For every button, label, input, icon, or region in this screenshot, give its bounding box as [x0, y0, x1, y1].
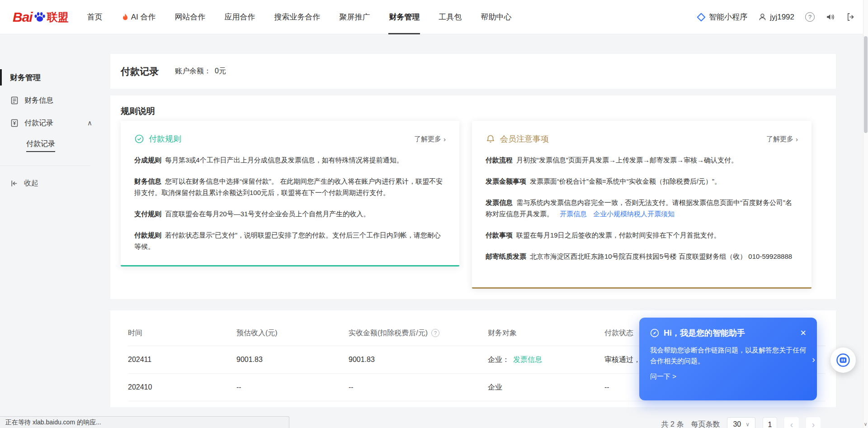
rule-item: 付款规则若付款状态显示“已支付”，说明联盟已安排了您的付款。支付后三个工作日内到… — [134, 229, 446, 252]
small-taxpayer-notice-link[interactable]: 企业小规模纳税人开票须知 — [593, 210, 675, 218]
rule-label: 付款事项 — [486, 231, 513, 239]
rule-item: 分成规则每月第3或4个工作日产出上月分成信息及发票信息，如有特殊情况将提前通知。 — [134, 154, 446, 166]
sidebar-item-finance-info[interactable]: 财务信息 — [0, 92, 110, 109]
nav-item-juping-promotion[interactable]: 聚屏推广 — [330, 0, 379, 34]
rule-item: 付款流程月初按“发票信息”页面开具发票→上传发票→邮寄发票→审核→确认支付。 — [486, 154, 798, 166]
next-page-button[interactable]: › — [806, 417, 821, 428]
scrollbar-thumb[interactable] — [864, 36, 868, 133]
nav-item-label: 帮助中心 — [481, 0, 511, 34]
cell-time: 202411 — [128, 356, 236, 364]
logo-text-bai: Bai — [13, 10, 33, 25]
nav-item-help-center[interactable]: 帮助中心 — [471, 0, 521, 34]
document-icon — [10, 96, 19, 105]
sidebar-item-label: 财务信息 — [24, 96, 53, 105]
mini-program-entry[interactable]: 智能小程序 — [697, 12, 747, 22]
member-notes-card: 会员注意事项 了解更多› 付款流程月初按“发票信息”页面开具发票→上传发票→邮寄… — [472, 121, 811, 289]
close-icon[interactable]: × — [800, 328, 806, 338]
cell-time: 202410 — [128, 383, 236, 391]
rule-label: 发票信息 — [486, 199, 513, 206]
per-page-select[interactable]: 30 ∨ — [727, 417, 755, 428]
status-text: 正在等待 xlab.baidu.com 的响应... — [5, 418, 101, 426]
page-header-panel: 付款记录 账户余额：0元 — [110, 54, 836, 89]
scrollbar-track[interactable]: ∨ — [863, 0, 868, 428]
rules-section-title: 规则说明 — [121, 105, 826, 117]
page-number-current[interactable]: 1 — [763, 417, 777, 428]
payment-rules-card: 付款规则 了解更多› 分成规则每月第3或4个工作日产出上月分成信息及发票信息，如… — [121, 121, 459, 266]
rule-label: 支付规则 — [134, 210, 161, 218]
billing-info-link[interactable]: 开票信息 — [560, 210, 587, 218]
page-title: 付款记录 — [121, 65, 159, 78]
rule-text: 联盟在每月19日之后签收的发票，付款时间安排在下个月首批支付。 — [516, 231, 721, 239]
username: jyj1992 — [770, 13, 794, 22]
col-actual-amount: 实收金额(扣除税费后/元) ? — [349, 328, 488, 338]
payment-rules-icon — [134, 134, 144, 144]
balance-value: 0元 — [215, 67, 226, 75]
nav-item-website-cooperation[interactable]: 网站合作 — [165, 0, 215, 34]
cell-entity: 企业 — [488, 383, 604, 392]
nav-item-toolkit[interactable]: 工具包 — [429, 0, 471, 34]
assistant-ask-link[interactable]: 问一下 > — [650, 372, 806, 381]
col-estimated-income: 预估收入(元) — [236, 328, 349, 338]
rule-text: 北京市海淀区西北旺东路10号院百度科技园5号楼 百度联盟财务组（收） 010-5… — [530, 252, 792, 260]
receipt-icon — [10, 119, 19, 128]
nav-item-label: 聚屏推广 — [339, 0, 370, 34]
user-account[interactable]: jyj1992 — [758, 13, 794, 22]
baidu-union-logo[interactable]: Bai 联盟 — [13, 10, 69, 25]
sidebar-section-finance-management[interactable]: 财务管理 — [0, 69, 110, 86]
nav-item-ai-cooperation[interactable]: AI 合作 — [112, 0, 165, 34]
chevron-left-icon: ‹ — [790, 419, 793, 428]
account-balance: 账户余额：0元 — [175, 67, 226, 76]
baidu-paw-icon — [33, 11, 46, 24]
nav-item-finance-management[interactable]: 财务管理 — [379, 0, 429, 34]
rule-item: 支付规则百度联盟会在每月20号—31号支付企业会员上个自然月产生的收入。 — [134, 208, 446, 219]
topnav-right: 智能小程序 jyj1992 ? — [697, 12, 855, 22]
user-icon — [758, 13, 767, 21]
rule-item: 财务信息您可以在财务信息中选择“保留付款”。 在此期间您产生的收入将在账户内进行… — [134, 176, 446, 198]
nav-item-label: 应用合作 — [224, 0, 255, 34]
more-label: 了解更多 — [414, 135, 441, 143]
sidebar-divider — [0, 166, 90, 166]
nav-item-app-cooperation[interactable]: 应用合作 — [215, 0, 264, 34]
nav-item-label: 搜索业务合作 — [274, 0, 320, 34]
main-nav: 首页 AI 合作 网站合作 应用合作 搜索业务合作 聚屏推广 财务管理 工具包 … — [78, 0, 521, 34]
nav-item-label: 工具包 — [439, 0, 462, 34]
invoice-info-link[interactable]: 发票信息 — [513, 355, 542, 365]
collapse-icon — [10, 179, 19, 188]
assistant-robot-button[interactable] — [830, 347, 856, 373]
sidebar-item-label: 付款记录 — [24, 119, 53, 128]
rule-label: 分成规则 — [134, 156, 161, 164]
rule-label: 付款规则 — [134, 231, 161, 239]
mini-program-label: 智能小程序 — [709, 12, 747, 22]
top-navigation: Bai 联盟 首页 AI 合作 网站合作 应用合作 — [0, 0, 868, 34]
sidebar-section-label: 财务管理 — [10, 72, 41, 83]
cell-entity: 企业：发票信息 — [488, 355, 604, 365]
sidebar-subitem-payment-record[interactable]: 付款记录 — [0, 138, 110, 154]
rule-text: 您可以在财务信息中选择“保留付款”。 在此期间您产生的收入将在账户内进行累计，联… — [134, 177, 443, 196]
payment-rules-more-link[interactable]: 了解更多› — [414, 135, 446, 143]
rule-text: 若付款状态显示“已支付”，说明联盟已安排了您的付款。支付后三个工作日内到帐，请您… — [134, 231, 441, 250]
bell-icon — [486, 134, 495, 144]
popup-chevron-right-icon[interactable]: › — [812, 354, 815, 364]
rule-text: 每月第3或4个工作日产出上月分成信息及发票信息，如有特殊情况将提前通知。 — [165, 156, 403, 164]
cell-estimated: -- — [236, 383, 349, 391]
prev-page-button[interactable]: ‹ — [784, 417, 799, 428]
compass-icon — [650, 328, 659, 338]
help-icon[interactable]: ? — [805, 12, 815, 22]
scroll-down-icon[interactable]: ∨ — [863, 421, 868, 427]
more-label: 了解更多 — [766, 135, 793, 143]
sidebar-collapse-button[interactable]: 收起 — [0, 175, 110, 191]
nav-item-search-business[interactable]: 搜索业务合作 — [264, 0, 330, 34]
member-notes-more-link[interactable]: 了解更多› — [766, 135, 798, 143]
rule-label: 发票金额事项 — [486, 177, 526, 185]
nav-item-home[interactable]: 首页 — [78, 0, 112, 34]
total-count: 共 2 条 — [661, 420, 684, 428]
announcement-speaker-icon[interactable] — [826, 12, 835, 22]
rules-cards: 付款规则 了解更多› 分成规则每月第3或4个工作日产出上月分成信息及发票信息，如… — [121, 121, 826, 289]
column-help-icon[interactable]: ? — [431, 329, 439, 337]
logout-icon[interactable] — [846, 12, 855, 22]
member-notes-title: 会员注意事项 — [500, 133, 549, 144]
sidebar: 财务管理 财务信息 付款记录 ∧ 付款记录 收起 — [0, 34, 110, 428]
cell-actual: 9001.83 — [349, 356, 488, 364]
sidebar-item-payment-record[interactable]: 付款记录 ∧ — [0, 115, 110, 131]
rule-text: 月初按“发票信息”页面开具发票→上传发票→邮寄发票→审核→确认支付。 — [516, 156, 738, 164]
